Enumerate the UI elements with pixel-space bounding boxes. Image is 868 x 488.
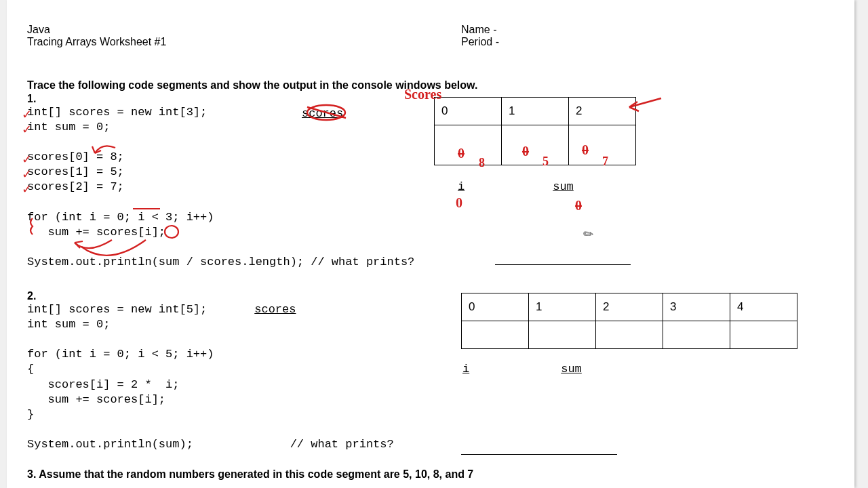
- q1-code: int[] scores = new int[3]; int sum = 0; …: [27, 105, 422, 270]
- q2-idx-0: 0: [462, 293, 529, 321]
- q1-scores-heading: scores: [302, 107, 343, 120]
- hw-check-3: ✓: [22, 152, 32, 167]
- hw-check-2: ✓: [22, 122, 32, 137]
- name-field-label: Name -: [461, 24, 499, 36]
- hw-check-4: ✓: [22, 167, 32, 182]
- q2-idx-1: 1: [529, 293, 596, 321]
- q1-val-0: [435, 125, 502, 165]
- q1-idx-2: 2: [569, 98, 636, 125]
- q2-val-0: [462, 321, 529, 349]
- q2-idx-3: 3: [663, 293, 730, 321]
- q1-sum-label: sum: [553, 180, 574, 193]
- course-label: Java: [27, 24, 461, 36]
- q2-code-b: int sum = 0; for (int i = 0; i < 5; i++)…: [27, 317, 461, 452]
- q1-idx-0: 0: [435, 98, 502, 125]
- q1-answer-blank: [495, 264, 631, 265]
- q2-code-a: int[] scores = new int[5];: [27, 302, 207, 317]
- period-field-label: Period -: [461, 36, 499, 48]
- q2-i-label: i: [462, 363, 469, 375]
- hw-cell1b: 5: [542, 155, 549, 169]
- hw-i-val: 0: [456, 195, 462, 211]
- worksheet-page: Java Tracing Arrays Worksheet #1 Name - …: [7, 0, 854, 488]
- hw-cell2b: 7: [602, 155, 608, 169]
- q1-idx-1: 1: [502, 98, 569, 125]
- hw-check-5: ✓: [22, 182, 32, 197]
- hw-check-1: ✓: [22, 107, 32, 122]
- q1-i-label: i: [458, 180, 465, 193]
- worksheet-title: Tracing Arrays Worksheet #1: [27, 36, 461, 48]
- q2-answer-blank: [461, 454, 617, 455]
- q2-scores-table: 0 1 2 3 4: [461, 293, 797, 349]
- hw-cell1: 0: [522, 144, 529, 159]
- hw-sum-val: 0: [575, 198, 582, 214]
- hw-cell0: 0: [458, 146, 465, 161]
- hw-cell2: 0: [582, 142, 589, 158]
- q2-sum-label: sum: [561, 363, 582, 375]
- q2-scores-heading: scores: [254, 303, 296, 316]
- q3-text: 3. Assume that the random numbers genera…: [27, 468, 834, 481]
- hw-cell0b: 8: [479, 156, 485, 170]
- q2-number: 2.: [27, 290, 461, 302]
- q2-idx-4: 4: [730, 293, 797, 321]
- header: Java Tracing Arrays Worksheet #1 Name - …: [27, 24, 834, 48]
- q1-val-1: [502, 125, 569, 165]
- hw-scores-label: Scores: [404, 87, 441, 102]
- q1-number: 1.: [27, 93, 434, 105]
- q2-idx-2: 2: [596, 293, 663, 321]
